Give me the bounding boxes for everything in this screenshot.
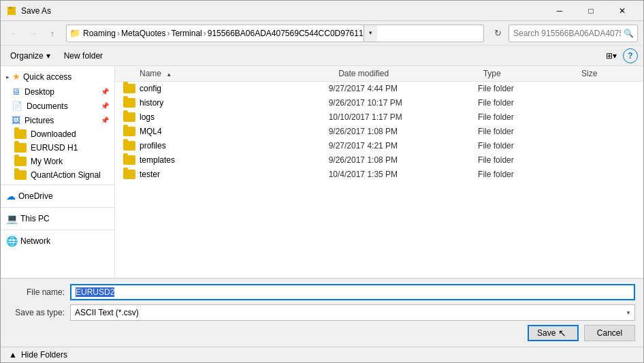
sidebar-documents-label: Documents [27,101,68,111]
breadcrumb-id[interactable]: 915566BA06ADA407569C544CC0D97611 [208,29,364,38]
svg-rect-1 [7,9,16,15]
sort-arrow-icon: ▲ [166,72,172,78]
organize-toolbar: Organize ▾ New folder ⊞ ▾ ? [1,46,643,66]
col-header-size[interactable]: Size [576,69,643,78]
table-row[interactable]: tester 10/4/2017 1:35 PM File folder [115,168,643,182]
organize-button[interactable]: Organize ▾ [6,50,54,62]
up-button[interactable]: ↑ [44,25,61,42]
cell-date: 9/27/2017 4:21 PM [323,141,472,151]
forward-button[interactable]: → [25,25,42,42]
row-folder-icon [123,141,135,151]
table-row[interactable]: logs 10/10/2017 1:17 PM File folder [115,110,643,125]
downloaded-folder-icon [14,129,27,139]
cancel-button[interactable]: Cancel [584,325,635,341]
cell-name: logs [115,112,323,122]
sidebar-eurusd-label: EURUSD H1 [31,143,78,153]
row-folder-icon [123,112,135,122]
quantaction-folder-icon [14,170,27,180]
cell-type: File folder [472,141,574,151]
close-button[interactable]: ✕ [607,1,638,21]
cell-date: 9/26/2017 1:08 PM [323,127,472,136]
breadcrumb-roaming[interactable]: Roaming [83,29,116,38]
save-button[interactable]: Save ↖ [528,325,579,341]
svg-rect-2 [9,7,12,9]
refresh-button[interactable]: ↻ [489,25,506,42]
sidebar-divider-2 [1,207,114,208]
row-folder-icon [123,84,135,93]
sidebar-item-documents[interactable]: 📄 Documents 📌 [1,99,114,113]
sidebar-item-pictures[interactable]: 🖼 Pictures 📌 [1,113,114,127]
sidebar-thispc-label: This PC [20,214,50,223]
saveastype-select[interactable]: ASCII Text (*.csv) [70,304,635,321]
sidebar-item-eurusd[interactable]: EURUSD H1 [1,141,114,155]
file-list: Name ▲ Date modified Type Size config [115,66,643,278]
row-name: logs [140,112,155,122]
thispc-icon: 💻 [6,213,18,224]
filename-input[interactable] [70,284,635,300]
table-row[interactable]: config 9/27/2017 4:44 PM File folder [115,82,643,96]
row-folder-icon [123,170,135,179]
sidebar-desktop-label: Desktop [25,87,54,97]
hide-folders-arrow-icon: ▲ [9,350,17,360]
cell-type: File folder [472,127,574,136]
table-row[interactable]: profiles 9/27/2017 4:21 PM File folder [115,139,643,153]
breadcrumb-bar[interactable]: 📁 Roaming › MetaQuotes › Terminal › 9155… [66,25,484,42]
bottom-buttons: Save ↖ Cancel [9,325,635,341]
view-icon: ⊞ [606,51,613,61]
cell-type: File folder [472,155,574,165]
sidebar-thispc[interactable]: 💻 This PC [1,210,114,227]
row-name: config [140,84,161,93]
view-dropdown-icon: ▾ [613,51,617,61]
col-header-date[interactable]: Date modified [333,69,478,78]
back-button[interactable]: ← [6,25,22,42]
dialog-icon [6,5,17,16]
view-button[interactable]: ⊞ ▾ [602,49,620,63]
table-row[interactable]: history 9/26/2017 10:17 PM File folder [115,96,643,110]
cell-date: 10/10/2017 1:17 PM [323,112,472,122]
hide-folders-bar[interactable]: ▲ Hide Folders [1,347,643,362]
search-input[interactable] [509,25,638,42]
row-name: MQL4 [140,127,162,136]
cell-type: File folder [472,98,574,108]
table-row[interactable]: MQL4 9/26/2017 1:08 PM File folder [115,125,643,139]
breadcrumb-sep-1: › [117,29,120,38]
dialog-title: Save As [21,6,544,16]
sidebar-network[interactable]: 🌐 Network [1,233,114,249]
cell-type: File folder [472,170,574,179]
sidebar-item-mywork[interactable]: My Work [1,155,114,168]
cell-date: 10/4/2017 1:35 PM [323,170,472,179]
sidebar: ▸ ★ Quick access 🖥 Desktop 📌 📄 Documents… [1,66,115,278]
help-button[interactable]: ? [623,48,638,63]
saveastype-row: Save as type: ASCII Text (*.csv) [9,304,635,321]
organize-label: Organize [10,51,44,61]
breadcrumb-metaquotes[interactable]: MetaQuotes [121,29,165,38]
col-header-name[interactable]: Name ▲ [115,69,333,78]
new-folder-button[interactable]: New folder [60,50,107,62]
quick-access-star-icon: ★ [12,72,20,82]
row-folder-icon [123,98,135,108]
cell-date: 9/26/2017 10:17 PM [323,98,472,108]
table-row[interactable]: templates 9/26/2017 1:08 PM File folder [115,153,643,168]
minimize-button[interactable]: ─ [544,1,575,21]
sidebar-item-downloaded[interactable]: Downloaded [1,127,114,141]
toolbar2-right: ⊞ ▾ ? [602,48,638,63]
sidebar-quick-access-header[interactable]: ▸ ★ Quick access [1,69,114,84]
row-folder-icon [123,155,135,165]
breadcrumb-dropdown-button[interactable]: ▼ [364,25,377,42]
search-wrapper: 🔍 [509,25,638,42]
row-folder-icon [123,127,135,136]
pictures-icon: 🖼 [12,115,20,125]
sidebar-onedrive[interactable]: ☁ OneDrive [1,188,114,204]
cell-name: config [115,84,323,93]
pin-icon: 📌 [101,88,109,95]
sidebar-divider-3 [1,230,114,230]
row-name: templates [140,155,175,165]
maximize-button[interactable]: □ [575,1,607,21]
breadcrumb-terminal[interactable]: Terminal [171,29,202,38]
row-name: profiles [140,141,166,151]
sidebar-item-quantaction[interactable]: QuantAction Signal [1,168,114,182]
col-header-type[interactable]: Type [478,69,576,78]
title-bar: Save As ─ □ ✕ [1,1,643,21]
cell-name: templates [115,155,323,165]
sidebar-item-desktop[interactable]: 🖥 Desktop 📌 [1,84,114,99]
